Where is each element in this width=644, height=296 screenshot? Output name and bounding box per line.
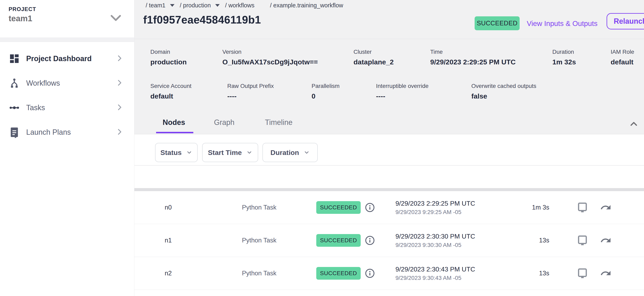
node-times: 9/29/2023 2:30:30 PM UTC 9/29/2023 9:30:… <box>396 233 475 248</box>
breadcrumb-domain[interactable]: / production <box>180 2 211 9</box>
detail-label: IAM Role <box>611 49 634 55</box>
detail-raw-output-prefix: Raw Output Prefix ---- <box>227 83 274 100</box>
filter-status-button[interactable]: Status <box>155 143 198 162</box>
node-times: 9/29/2023 2:30:43 PM UTC 9/29/2023 9:30:… <box>396 266 475 281</box>
tab-nodes[interactable]: Nodes <box>163 118 185 127</box>
detail-value: ---- <box>376 92 428 100</box>
node-time-utc: 9/29/2023 2:29:25 PM UTC <box>396 200 475 207</box>
detail-interruptible-override: Interruptible override ---- <box>376 83 428 100</box>
node-type: Python Task <box>226 270 292 277</box>
detail-duration: Duration 1m 32s <box>552 49 576 66</box>
detail-value: false <box>471 92 536 100</box>
filter-start-time-button[interactable]: Start Time <box>202 143 258 162</box>
project-label: PROJECT <box>8 6 36 12</box>
detail-label: Raw Output Prefix <box>227 83 274 89</box>
node-id: n2 <box>165 270 172 277</box>
filter-label: Duration <box>270 149 299 157</box>
detail-value: O_Iu5fwAX17scDg9jJqotw== <box>222 58 318 66</box>
sidebar-item-workflows[interactable]: Workflows <box>0 71 134 95</box>
sidebar-item-label: Launch Plans <box>26 128 71 137</box>
sidebar: PROJECT team1 Project Dashboard <box>0 0 134 296</box>
header-divider <box>134 39 644 39</box>
launch-plans-icon <box>8 127 20 138</box>
node-time-local: 9/29/2023 9:30:30 AM -05 <box>396 242 475 248</box>
filter-label: Start Time <box>208 149 242 157</box>
node-status-badge: SUCCEEDED <box>316 201 361 214</box>
sidebar-nav: Project Dashboard Workflows <box>0 46 134 145</box>
chevron-down-icon[interactable] <box>110 14 122 23</box>
node-duration: 13s <box>508 237 549 244</box>
detail-label: Overwrite cached outputs <box>471 83 536 89</box>
rerun-icon[interactable] <box>600 235 612 246</box>
filter-duration-button[interactable]: Duration <box>262 143 318 162</box>
info-icon[interactable] <box>364 268 375 279</box>
sidebar-item-project-dashboard[interactable]: Project Dashboard <box>0 46 134 71</box>
project-selector[interactable]: PROJECT team1 <box>0 0 134 37</box>
rerun-icon[interactable] <box>600 202 612 213</box>
breadcrumb-project[interactable]: / team1 <box>146 2 166 9</box>
workflows-icon <box>8 77 20 89</box>
sidebar-item-tasks[interactable]: Tasks <box>0 95 134 120</box>
node-times: 9/29/2023 2:29:25 PM UTC 9/29/2023 9:29:… <box>396 200 475 216</box>
node-time-utc: 9/29/2023 2:30:30 PM UTC <box>396 233 475 240</box>
detail-label: Interruptible override <box>376 83 428 89</box>
flyte-console: PROJECT team1 Project Dashboard <box>0 0 644 296</box>
detail-value: 0 <box>312 92 340 100</box>
node-type: Python Task <box>226 237 292 244</box>
logs-icon[interactable] <box>576 267 588 280</box>
detail-parallelism: Parallelism 0 <box>312 83 340 100</box>
chevron-down-icon <box>246 149 252 156</box>
breadcrumb-workflows[interactable]: / workflows <box>225 2 254 9</box>
sidebar-divider <box>0 37 134 42</box>
active-tab-underline <box>156 132 193 133</box>
sidebar-item-launch-plans[interactable]: Launch Plans <box>0 120 134 145</box>
breadcrumb-project-caret-icon[interactable] <box>170 4 174 7</box>
table-row[interactable]: n1 Python Task SUCCEEDED 9/29/2023 2:30:… <box>134 224 644 257</box>
detail-iam-role: IAM Role default <box>611 49 634 66</box>
detail-domain: Domain production <box>150 49 187 66</box>
detail-value: ---- <box>227 92 274 100</box>
detail-time: Time 9/29/2023 2:29:25 PM UTC <box>430 49 516 66</box>
dashboard-icon <box>8 53 20 64</box>
view-inputs-outputs-link[interactable]: View Inputs & Outputs <box>527 19 598 27</box>
info-icon[interactable] <box>364 235 375 246</box>
filter-label: Status <box>160 149 182 157</box>
detail-value: production <box>150 58 187 66</box>
nodes-panel: Status Start Time Duration n0 Python Tas… <box>134 134 644 296</box>
chevron-up-icon[interactable] <box>628 119 639 130</box>
detail-overwrite-cached-outputs: Overwrite cached outputs false <box>471 83 536 100</box>
tab-graph[interactable]: Graph <box>214 118 234 127</box>
logs-icon[interactable] <box>576 234 588 247</box>
detail-service-account: Service Account default <box>150 83 192 100</box>
detail-value: default <box>611 58 634 66</box>
detail-label: Version <box>222 49 318 55</box>
chevron-down-icon <box>304 149 310 156</box>
tab-timeline[interactable]: Timeline <box>265 118 292 127</box>
rerun-icon[interactable] <box>600 268 612 279</box>
logs-icon[interactable] <box>576 201 588 214</box>
node-status-badge: SUCCEEDED <box>316 234 361 247</box>
breadcrumb-workflow-name[interactable]: / example.training_workflow <box>270 2 343 9</box>
sidebar-item-label: Project Dashboard <box>26 54 92 63</box>
table-row[interactable]: n0 Python Task SUCCEEDED 9/29/2023 2:29:… <box>134 191 644 224</box>
node-duration: 1m 3s <box>508 204 549 211</box>
detail-label: Domain <box>150 49 187 55</box>
table-row[interactable]: n2 Python Task SUCCEEDED 9/29/2023 2:30:… <box>134 257 644 290</box>
detail-label: Cluster <box>354 49 394 55</box>
sidebar-item-label: Workflows <box>26 79 60 87</box>
detail-value: default <box>150 92 192 100</box>
tasks-icon <box>8 102 20 113</box>
main-content: / team1 / production / workflows / examp… <box>134 0 644 296</box>
detail-label: Parallelism <box>312 83 340 89</box>
relaunch-button[interactable]: Relaunch <box>606 13 644 29</box>
node-executions-table: n0 Python Task SUCCEEDED 9/29/2023 2:29:… <box>134 191 644 290</box>
node-id: n1 <box>165 237 172 244</box>
execution-status-badge: SUCCEEDED <box>474 16 520 30</box>
detail-value: 1m 32s <box>552 58 576 66</box>
chevron-down-icon <box>186 149 192 156</box>
node-status-badge: SUCCEEDED <box>316 267 361 280</box>
breadcrumb-domain-caret-icon[interactable] <box>215 4 220 7</box>
node-id: n0 <box>165 204 172 211</box>
info-icon[interactable] <box>364 202 375 213</box>
sidebar-item-label: Tasks <box>26 103 45 112</box>
